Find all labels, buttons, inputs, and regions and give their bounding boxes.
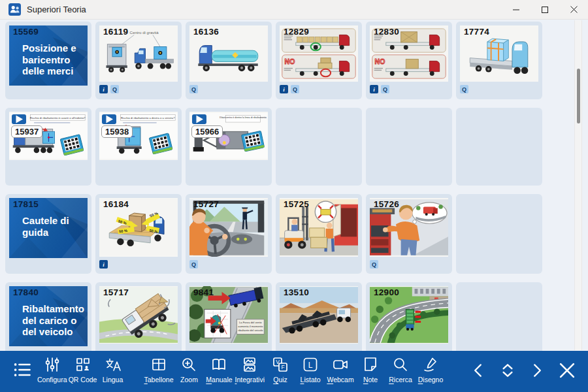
chevron-updown-icon [498, 361, 517, 382]
toolbar-item-note[interactable]: Note [355, 355, 385, 384]
toolbar-item-integrativi[interactable]: Integrativi [234, 355, 265, 384]
info-badge[interactable]: i [99, 260, 108, 269]
toolbar-item-label: Zoom [180, 376, 198, 384]
toolbar-item-label: Note [363, 376, 378, 384]
thumbnail-image[interactable]: Rischio di ribaltamento a destra o a sin… [99, 112, 178, 160]
zoom-icon [180, 355, 197, 374]
list-icon [12, 361, 32, 379]
info-badge[interactable]: i [280, 85, 288, 93]
slide-number: 13510 [284, 287, 309, 297]
thumbnail-image[interactable]: NO 12829 [280, 25, 358, 82]
thumbnail-image[interactable]: 15726 [370, 198, 448, 257]
note-icon [362, 355, 379, 374]
toolbar-item-zoom[interactable]: Zoom [174, 355, 204, 384]
svg-text:La Forza del vento: La Forza del vento [239, 321, 262, 324]
chevron-left-icon [469, 361, 487, 382]
chapter-panel[interactable]: 17840 Ribaltamento del carico o del veic… [9, 286, 88, 346]
toolbar-item-lingua[interactable]: Lingua [98, 355, 128, 384]
thumbnail-image[interactable]: Il baricentro è dentro la linea di ribal… [189, 112, 268, 160]
thumbnail-image[interactable]: 15717 [99, 286, 178, 344]
thumbnail-image[interactable]: 12900 [370, 286, 448, 344]
slide-number: 15938 [101, 125, 133, 138]
toolbar-item-disegno[interactable]: Disegno [416, 355, 446, 384]
vertical-scrollbar[interactable] [574, 20, 582, 350]
minimize-button[interactable] [502, 0, 531, 19]
thumbnail-image[interactable]: 16136 [189, 25, 268, 82]
toolbar-item-ricerca[interactable]: Ricerca [385, 355, 416, 384]
slide-card-15726[interactable]: 15726Q [366, 194, 452, 274]
toolbar-item-manuale[interactable]: Manuale [204, 355, 234, 384]
manuale-icon [210, 355, 227, 374]
toolbar-item-webcam[interactable]: Webcam [325, 355, 355, 384]
slide-card-16136[interactable]: 16136Q [186, 22, 272, 99]
empty-cell [456, 194, 542, 274]
thumbnail-image[interactable]: Rischio di ribaltamento in avanti o all'… [9, 112, 88, 160]
toolbar-item-qr-code[interactable]: QR Code [68, 355, 98, 384]
ricerca-icon [392, 355, 409, 374]
slide-card-15727[interactable]: 15727Q [186, 194, 272, 274]
quiz-badge[interactable]: Q [189, 260, 198, 269]
slide-card-16184[interactable]: 50 % 50 % 50 % 50 % 16184i [95, 194, 182, 274]
toolbar-item-listato[interactable]: LListato [295, 355, 325, 384]
play-icon[interactable] [12, 114, 26, 124]
scrollbar-thumb[interactable] [577, 69, 580, 123]
svg-text:Centro di gravità: Centro di gravità [130, 31, 159, 35]
chevron-right-icon [528, 361, 546, 382]
info-badge[interactable]: i [370, 85, 378, 93]
slide-card-15966[interactable]: Il baricentro è dentro la linea di ribal… [186, 108, 272, 186]
slide-card-16119[interactable]: Centro di gravità 16119iQ [95, 22, 182, 99]
thumbnail-image[interactable]: 50 % 50 % 50 % 50 % 16184 [99, 198, 178, 257]
close-button[interactable] [559, 0, 588, 19]
slide-card-15725[interactable]: 15725 [276, 194, 362, 274]
configura-icon [44, 355, 61, 374]
toolbar-item-quiz[interactable]: VFQuiz [265, 355, 295, 384]
chapter-card-15569[interactable]: 15569 Posizione e baricentro delle merci [5, 22, 91, 99]
toolbar-item-label: Ricerca [389, 376, 412, 384]
quiz-badge[interactable]: Q [110, 85, 119, 93]
quiz-badge[interactable]: Q [291, 85, 299, 93]
chapter-panel[interactable]: 17815 Cautele di guida [9, 198, 88, 258]
previous-button[interactable] [469, 361, 487, 382]
quiz-badge[interactable]: Q [460, 85, 468, 93]
thumbnail-image[interactable]: 17774 [460, 25, 538, 82]
slide-number: 16119 [103, 27, 128, 37]
slide-number: 15725 [284, 199, 309, 209]
exit-button[interactable] [557, 360, 578, 383]
chapter-panel[interactable]: 15569 Posizione e baricentro delle merci [9, 25, 88, 86]
toolbar-item-configura[interactable]: Configura [37, 355, 68, 384]
badge-row: iQ [99, 85, 178, 93]
app-window: Superiori Teoria 15569 Posizione e baric… [0, 0, 588, 392]
slide-number: 15717 [103, 287, 129, 297]
disegno-icon [422, 355, 439, 374]
quiz-icon: VF [272, 355, 289, 374]
slide-number: 15966 [191, 125, 223, 138]
thumbnail-image[interactable]: 13510 [280, 286, 358, 344]
play-icon[interactable] [102, 114, 116, 124]
empty-cell [366, 108, 452, 186]
slide-number: 12900 [374, 287, 399, 297]
thumbnail-image[interactable]: NO 12830 [370, 25, 448, 82]
toolbar-item-tabellone[interactable]: Tabellone [144, 355, 174, 384]
slide-card-17774[interactable]: 17774Q [456, 22, 542, 99]
thumbnail-image[interactable]: 15727 [189, 198, 268, 257]
expand-button[interactable] [498, 361, 517, 382]
info-badge[interactable]: i [99, 85, 108, 93]
chapter-card-17815[interactable]: 17815 Cautele di guida [5, 194, 91, 274]
slide-card-12829[interactable]: NO 12829iQ [276, 22, 362, 99]
quiz-badge[interactable]: Q [189, 85, 198, 93]
next-button[interactable] [528, 361, 546, 382]
thumbnail-image[interactable]: 15725 [280, 198, 358, 257]
quiz-badge[interactable]: Q [381, 85, 389, 93]
svg-text:NO: NO [285, 58, 295, 65]
maximize-button[interactable] [531, 0, 559, 19]
quiz-badge[interactable]: Q [370, 260, 378, 269]
slide-card-12830[interactable]: NO 12830iQ [366, 22, 452, 99]
slide-number: 17774 [464, 27, 489, 37]
thumbnail-image[interactable]: Centro di gravità 16119 [99, 25, 178, 82]
toolbar-item-list[interactable] [8, 361, 37, 379]
titlebar: Superiori Teoria [0, 0, 588, 20]
thumbnail-image[interactable]: La Forza del vento aumenta il momento ri… [189, 286, 268, 344]
slide-card-15938[interactable]: Rischio di ribaltamento a destra o a sin… [95, 108, 182, 186]
slide-card-15937[interactable]: Rischio di ribaltamento in avanti o all'… [5, 108, 91, 186]
play-icon[interactable] [192, 114, 206, 124]
